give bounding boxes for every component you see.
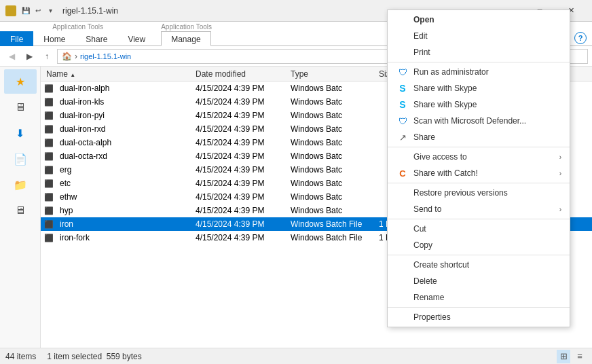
file-name-cell: ⬛iron-fork (43, 232, 193, 243)
col-header-date[interactable]: Date modified (193, 69, 288, 79)
file-type: Windows Batc (288, 138, 376, 147)
separator (388, 219, 570, 219)
empty-icon (396, 291, 409, 304)
ctx-item-label: Scan with Microsoft Defender... (413, 116, 561, 126)
ctx-item-share-with-skype[interactable]: SShare with Skype (388, 80, 570, 96)
empty-icon (396, 258, 409, 272)
file-icon: ⬛ (43, 137, 54, 148)
ctx-item-label: Share with Skype (413, 100, 561, 109)
ctx-item-label: Restore previous versions (413, 188, 561, 198)
file-name: dual-iron-pyi (57, 111, 107, 120)
view-controls: ⊞ ≡ (557, 350, 587, 363)
submenu-arrow-icon: › (559, 206, 561, 213)
sidebar-item-monitor2[interactable]: 🖥 (4, 198, 37, 223)
ctx-item-delete[interactable]: Delete (388, 273, 570, 289)
forward-button[interactable]: ▶ (22, 49, 37, 64)
file-name: dual-iron-alph (57, 84, 112, 93)
file-type: Windows Batc (288, 206, 376, 215)
tab-home[interactable]: Home (33, 31, 75, 46)
dropdown-quick-btn[interactable]: ▾ (45, 5, 56, 16)
ctx-item-label: Delete (413, 276, 561, 286)
ctx-item-open[interactable]: Open (388, 12, 570, 28)
ctx-item-share-with-skype[interactable]: SShare with Skype (388, 96, 570, 113)
application-tools-label: Application Tools (161, 23, 212, 31)
tab-share[interactable]: Share (75, 31, 117, 46)
ctx-item-share[interactable]: ↗Share (388, 129, 570, 145)
sidebar-item-folder1[interactable]: 🖥 (4, 95, 37, 120)
tab-view[interactable]: View (117, 31, 155, 46)
tab-manage[interactable]: Manage (161, 31, 210, 46)
ctx-item-label: Properties (413, 312, 561, 322)
undo-quick-btn[interactable]: ↩ (33, 5, 43, 16)
save-quick-btn[interactable]: 💾 (20, 5, 31, 16)
list-view-btn[interactable]: ≡ (573, 350, 587, 363)
file-name-cell: ⬛iron (43, 219, 193, 230)
file-name: erg (57, 165, 74, 175)
empty-icon (396, 238, 409, 252)
sort-indicator: ▲ (70, 72, 75, 78)
ctx-item-run-as-administrator[interactable]: 🛡Run as administrator (388, 64, 570, 80)
separator (388, 307, 570, 308)
empty-icon (396, 274, 409, 288)
ctx-item-label: Give access to (413, 152, 559, 162)
file-type: Windows Batc (288, 179, 376, 188)
tab-file[interactable]: File (0, 31, 33, 46)
window-title: rigel-1.15.1-win (62, 6, 118, 16)
back-button[interactable]: ◀ (4, 49, 19, 64)
empty-icon (396, 46, 409, 59)
file-date: 4/15/2024 4:39 PM (193, 138, 288, 147)
file-type: Windows Batc (288, 97, 376, 107)
status-bar: 44 items 1 item selected 559 bytes ⊞ ≡ (0, 348, 592, 364)
catch-icon: C (396, 166, 409, 180)
ctx-item-label: Cut (413, 224, 561, 234)
ctx-item-give-access-to[interactable]: Give access to› (388, 149, 570, 165)
sidebar-item-download[interactable]: ⬇ (4, 121, 37, 145)
ctx-item-cut[interactable]: Cut (388, 221, 570, 237)
file-date: 4/15/2024 4:39 PM (193, 206, 288, 215)
empty-icon (396, 310, 409, 324)
col-header-type[interactable]: Type (288, 69, 376, 79)
ctx-item-send-to[interactable]: Send to› (388, 201, 570, 217)
file-name: iron-fork (57, 233, 92, 242)
ctx-item-create-shortcut[interactable]: Create shortcut (388, 257, 570, 273)
file-name-cell: ⬛hyp (43, 205, 193, 216)
empty-icon (396, 29, 409, 43)
separator (388, 147, 570, 147)
ctx-item-label: Share (413, 132, 561, 142)
ctx-item-label: Run as administrator (413, 67, 561, 77)
ctx-item-label: Print (413, 48, 561, 57)
ctx-item-copy[interactable]: Copy (388, 237, 570, 253)
ctx-item-rename[interactable]: Rename (388, 289, 570, 306)
file-type: Windows Batch File (288, 219, 376, 229)
sidebar-item-folder2[interactable]: 📁 (4, 172, 37, 197)
path-home-icon: 🏠 (62, 52, 72, 61)
up-button[interactable]: ↑ (39, 49, 54, 64)
ctx-item-scan-with-microsoft-defender[interactable]: 🛡Scan with Microsoft Defender... (388, 113, 570, 129)
file-icon: ⬛ (43, 192, 54, 202)
file-name: dual-iron-kls (57, 97, 107, 107)
path-segment-root[interactable]: rigel-1.15.1-win (80, 52, 131, 60)
ctx-item-label: Share with Catch! (413, 168, 559, 178)
download-icon: ⬇ (16, 127, 24, 140)
file-date: 4/15/2024 4:39 PM (193, 219, 288, 229)
ctx-item-properties[interactable]: Properties (388, 309, 570, 325)
skype-icon: S (396, 81, 409, 95)
ctx-item-print[interactable]: Print (388, 44, 570, 60)
ctx-item-edit[interactable]: Edit (388, 28, 570, 44)
ctx-item-label: Create shortcut (413, 260, 561, 270)
explorer-window: 💾 ↩ ▾ rigel-1.15.1-win ─ □ ✕ Application… (0, 0, 592, 364)
ctx-item-restore-previous-versions[interactable]: Restore previous versions (388, 185, 570, 201)
file-name: dual-iron-rxd (57, 124, 108, 134)
details-view-btn[interactable]: ⊞ (557, 350, 570, 363)
file-name-cell: ⬛dual-octa-alph (43, 137, 193, 148)
col-header-name[interactable]: Name ▲ (43, 69, 193, 79)
sidebar-item-docs[interactable]: 📄 (4, 147, 37, 171)
file-name-cell: ⬛erg (43, 164, 193, 175)
empty-icon (396, 222, 409, 236)
ctx-item-share-with-catch[interactable]: CShare with Catch!› (388, 165, 570, 181)
file-name-cell: ⬛dual-iron-pyi (43, 110, 193, 121)
help-button[interactable]: ? (574, 32, 587, 44)
file-icon: ⬛ (43, 83, 54, 94)
sidebar-item-quickaccess[interactable]: ★ (4, 69, 37, 94)
separator (388, 62, 570, 62)
